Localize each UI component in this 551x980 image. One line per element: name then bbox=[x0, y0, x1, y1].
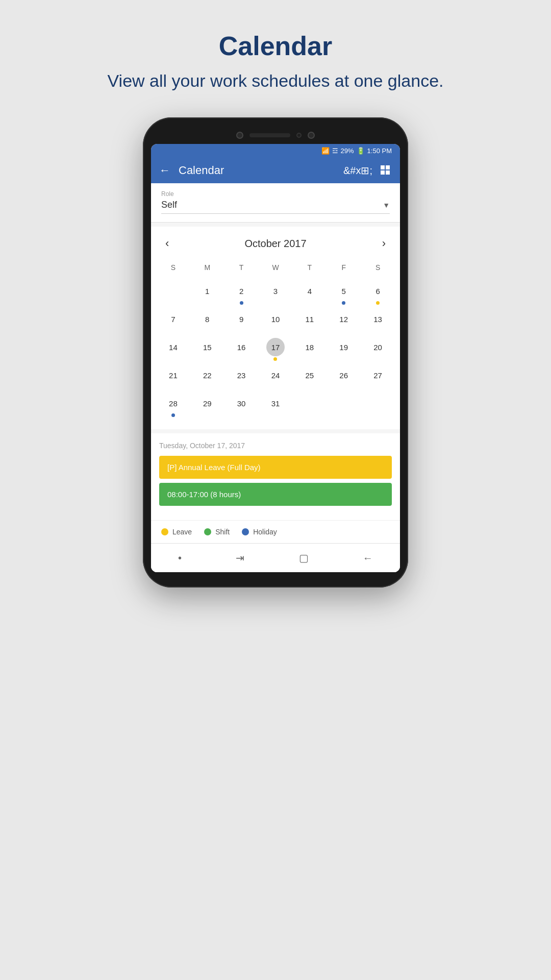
calendar-day[interactable]: 8 bbox=[190, 307, 224, 335]
day-dot-empty bbox=[342, 385, 345, 389]
day-dot-empty bbox=[273, 301, 277, 305]
day-number: 14 bbox=[164, 338, 182, 356]
day-number: 22 bbox=[198, 366, 216, 384]
app-bar: ← Calendar &#x⊞; bbox=[151, 158, 400, 183]
calendar-day[interactable]: 22 bbox=[190, 363, 224, 391]
legend-label: Leave bbox=[172, 528, 192, 536]
calendar-day[interactable]: 6 bbox=[361, 279, 395, 307]
event-card-leave[interactable]: [P] Annual Leave (Full Day) bbox=[159, 456, 392, 479]
day-dot-empty bbox=[206, 329, 209, 333]
next-month-button[interactable]: › bbox=[378, 235, 390, 252]
day-number: 19 bbox=[335, 338, 353, 356]
day-dot-empty bbox=[171, 357, 175, 361]
day-dot-empty bbox=[171, 385, 175, 389]
calendar-section: ‹ October 2017 › SMTWTFS 123456789101112… bbox=[151, 227, 400, 429]
day-dot-empty bbox=[342, 329, 345, 333]
calendar-day[interactable]: 3 bbox=[259, 279, 293, 307]
square-nav-button[interactable]: ▢ bbox=[291, 549, 317, 567]
day-dot-empty bbox=[240, 413, 243, 417]
weekday-label: S bbox=[361, 260, 395, 275]
calendar-day[interactable]: 11 bbox=[292, 307, 327, 335]
weekday-label: F bbox=[327, 260, 361, 275]
calendar-day[interactable]: 12 bbox=[327, 307, 361, 335]
prev-month-button[interactable]: ‹ bbox=[161, 235, 173, 252]
app-bar-title: Calendar bbox=[179, 164, 335, 177]
calendar-day[interactable]: 27 bbox=[361, 363, 395, 391]
calendar-day[interactable]: 1 bbox=[190, 279, 224, 307]
calendar-day[interactable]: 24 bbox=[259, 363, 293, 391]
calendar-day[interactable]: 19 bbox=[327, 335, 361, 363]
phone-sensor bbox=[296, 133, 302, 138]
calendar-day[interactable]: 14 bbox=[156, 335, 190, 363]
calendar-day[interactable]: 18 bbox=[292, 335, 327, 363]
day-number: 9 bbox=[232, 310, 251, 328]
weekday-label: T bbox=[292, 260, 327, 275]
calendar-day[interactable]: 31 bbox=[259, 391, 293, 419]
front-camera-2 bbox=[308, 132, 315, 139]
legend-label: Holiday bbox=[253, 528, 277, 536]
svg-rect-0 bbox=[381, 165, 385, 169]
day-dot-empty bbox=[273, 413, 277, 417]
day-dot bbox=[342, 301, 345, 305]
calendar-day[interactable]: 2 bbox=[224, 279, 259, 307]
day-dot-empty bbox=[206, 357, 209, 361]
events-date: Tuesday, October 17, 2017 bbox=[159, 442, 392, 450]
grid-icon-button[interactable]: &#x⊞; bbox=[343, 164, 372, 177]
calendar-day[interactable]: 23 bbox=[224, 363, 259, 391]
day-number: 26 bbox=[335, 366, 353, 384]
back-button[interactable]: ← bbox=[159, 164, 170, 177]
calendar-day[interactable]: 30 bbox=[224, 391, 259, 419]
day-dot bbox=[376, 301, 380, 305]
calendar-day[interactable]: 25 bbox=[292, 363, 327, 391]
day-number: 2 bbox=[232, 282, 251, 300]
svg-rect-3 bbox=[386, 170, 390, 175]
calendar-day[interactable]: 16 bbox=[224, 335, 259, 363]
calendar-day[interactable]: 21 bbox=[156, 363, 190, 391]
day-dot bbox=[171, 413, 175, 417]
day-dot-empty bbox=[171, 329, 175, 333]
day-number: 17 bbox=[266, 338, 285, 356]
legend-label: Shift bbox=[215, 528, 230, 536]
day-number: 4 bbox=[300, 282, 319, 300]
phone-screen: 📶 ☲ 29% 🔋 1:50 PM ← Calendar &#x⊞; bbox=[151, 144, 400, 572]
calendar-day[interactable]: 15 bbox=[190, 335, 224, 363]
legend-item: Holiday bbox=[242, 528, 277, 536]
calendar-day[interactable]: 10 bbox=[259, 307, 293, 335]
page-title: Calendar bbox=[219, 31, 333, 61]
calendar-day[interactable]: 29 bbox=[190, 391, 224, 419]
day-dot bbox=[273, 357, 277, 361]
calendar-day[interactable]: 4 bbox=[292, 279, 327, 307]
calendar-day[interactable]: 26 bbox=[327, 363, 361, 391]
day-dot-empty bbox=[308, 357, 311, 361]
calendar-day bbox=[156, 279, 190, 307]
calendar-day[interactable]: 20 bbox=[361, 335, 395, 363]
day-number: 12 bbox=[335, 310, 353, 328]
recent-nav-button[interactable]: ⇥ bbox=[228, 549, 253, 567]
page-subtitle: View all your work schedules at one glan… bbox=[108, 69, 444, 92]
legend-dot-icon bbox=[242, 528, 249, 535]
calendar-day[interactable]: 9 bbox=[224, 307, 259, 335]
grid-view-icon[interactable] bbox=[381, 165, 392, 176]
svg-rect-2 bbox=[381, 170, 385, 175]
calendar-day[interactable]: 13 bbox=[361, 307, 395, 335]
front-camera bbox=[236, 132, 243, 139]
calendar-day[interactable]: 28 bbox=[156, 391, 190, 419]
role-dropdown[interactable]: Self ▼ bbox=[161, 200, 390, 214]
role-label: Role bbox=[161, 190, 390, 198]
legend-dot-icon bbox=[161, 528, 168, 535]
calendar-weekdays: SMTWTFS bbox=[156, 260, 395, 275]
calendar-grid: SMTWTFS 12345678910111213141516171819202… bbox=[156, 260, 395, 419]
weekday-label: W bbox=[259, 260, 293, 275]
calendar-day[interactable]: 17 bbox=[259, 335, 293, 363]
phone-speaker bbox=[249, 133, 290, 137]
day-dot-empty bbox=[206, 301, 209, 305]
event-card-shift[interactable]: 08:00-17:00 (8 hours) bbox=[159, 483, 392, 506]
events-section: Tuesday, October 17, 2017 [P] Annual Lea… bbox=[151, 433, 400, 520]
back-nav-button[interactable]: ← bbox=[355, 549, 381, 567]
day-number: 6 bbox=[369, 282, 387, 300]
calendar-day[interactable]: 5 bbox=[327, 279, 361, 307]
day-number bbox=[164, 282, 182, 300]
calendar-day[interactable]: 7 bbox=[156, 307, 190, 335]
calendar-month-title: October 2017 bbox=[244, 238, 306, 250]
home-nav-button[interactable]: • bbox=[170, 549, 190, 567]
